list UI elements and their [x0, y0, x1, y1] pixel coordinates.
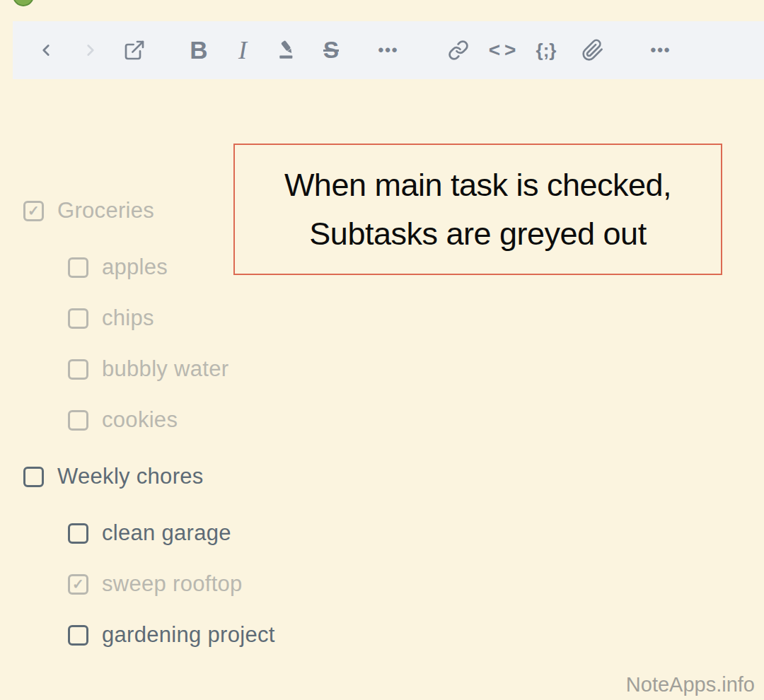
checkbox-unchecked[interactable]	[68, 308, 88, 329]
checklist-item: bubbly water	[0, 355, 228, 383]
strikethrough-icon: S	[323, 37, 339, 64]
link-icon	[448, 40, 469, 61]
checkbox-unchecked[interactable]	[68, 359, 88, 380]
strikethrough-button[interactable]: S	[316, 35, 347, 66]
checklist-item: ✓sweep rooftop	[0, 570, 243, 598]
code-block-icon: {;}	[536, 40, 557, 62]
forward-button[interactable]	[75, 35, 106, 66]
checklist-item-label[interactable]: Groceries	[57, 198, 154, 223]
annotation-line-2: Subtasks are greyed out	[309, 209, 646, 258]
checklist-item-label[interactable]: sweep rooftop	[102, 571, 243, 597]
checkbox-unchecked[interactable]	[68, 625, 88, 646]
checklist-item-label[interactable]: apples	[102, 255, 168, 280]
more-formatting-button[interactable]: •••	[373, 35, 404, 66]
highlighter-icon	[276, 39, 299, 62]
chevron-right-icon	[81, 41, 100, 59]
inline-code-button[interactable]: <>	[487, 35, 518, 66]
checklist-item: Weekly chores	[0, 462, 204, 491]
checklist-item: gardening project	[0, 621, 275, 649]
attachment-button[interactable]	[577, 35, 608, 66]
checkbox-unchecked[interactable]	[68, 410, 88, 431]
watermark: NoteApps.info	[626, 673, 755, 696]
checklist-item: cookies	[0, 406, 178, 434]
checkbox-checked[interactable]: ✓	[68, 574, 88, 595]
checklist-item: clean garage	[0, 519, 231, 547]
chevron-left-icon	[37, 41, 55, 59]
code-icon: <>	[485, 39, 521, 62]
checkbox-unchecked[interactable]	[68, 257, 88, 278]
highlight-button[interactable]	[272, 35, 303, 66]
bold-icon: B	[190, 36, 207, 64]
checkbox-unchecked[interactable]	[23, 467, 44, 487]
checkbox-unchecked[interactable]	[68, 523, 88, 544]
ellipsis-icon: •••	[650, 41, 671, 59]
checklist-item-label[interactable]: cookies	[102, 407, 178, 433]
checklist-item-label[interactable]: Weekly chores	[57, 464, 204, 489]
editor-toolbar: B I S ••• <> {;}	[13, 21, 764, 79]
more-options-button[interactable]: •••	[645, 35, 676, 66]
window-traffic-light-green	[13, 0, 34, 6]
link-button[interactable]	[443, 35, 474, 66]
italic-button[interactable]: I	[227, 35, 258, 66]
annotation-callout: When main task is checked, Subtasks are …	[233, 144, 722, 275]
bold-button[interactable]: B	[183, 35, 214, 66]
annotation-line-1: When main task is checked,	[284, 161, 671, 209]
checklist-item-label[interactable]: chips	[102, 305, 154, 331]
checklist-item-label[interactable]: bubbly water	[102, 356, 228, 382]
checklist-item: apples	[0, 253, 168, 281]
code-block-button[interactable]: {;}	[531, 35, 562, 66]
checklist-item-label[interactable]: clean garage	[102, 520, 231, 546]
checklist-item-label[interactable]: gardening project	[102, 622, 275, 648]
italic-icon: I	[238, 35, 247, 65]
open-external-button[interactable]	[119, 35, 150, 66]
paperclip-icon	[581, 39, 604, 62]
external-link-icon	[123, 39, 146, 62]
ellipsis-icon: •••	[378, 41, 398, 59]
checklist-item: chips	[0, 304, 154, 332]
back-button[interactable]	[30, 35, 62, 66]
checkbox-checked[interactable]: ✓	[23, 201, 44, 221]
checklist-item: ✓Groceries	[0, 197, 154, 225]
